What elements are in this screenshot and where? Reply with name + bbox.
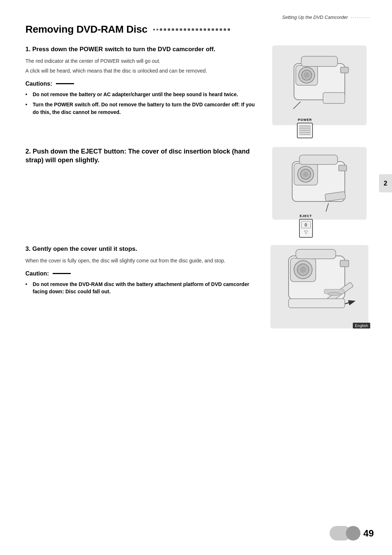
power-button-ridges [299, 125, 311, 135]
power-label: POWER [298, 118, 312, 122]
camcorder-svg-3 [270, 245, 368, 328]
step-1-image: POWER [269, 45, 370, 138]
svg-point-27 [327, 293, 340, 295]
svg-rect-15 [299, 155, 338, 164]
caution-list-3: Do not remove the DVD-RAM disc with the … [25, 281, 261, 295]
eject-down-arrow: ▽ [304, 229, 308, 235]
page-number-overlap [346, 526, 360, 540]
step-2-image: EJECT 0 ▽ [269, 147, 370, 238]
step-3-heading: 3. Gently open the cover until it stops. [25, 245, 261, 253]
eject-label: EJECT [299, 214, 312, 218]
step-3-content: 3. Gently open the cover until it stops.… [25, 245, 261, 328]
page-header: Setting Up the DVD Camcorder ·········· [25, 15, 370, 20]
caution-block-3: Caution: Do not remove the DVD-RAM disc … [25, 270, 261, 295]
step-2-heading: 2. Push down the EJECT button: The cover… [25, 147, 261, 165]
cautions-line [56, 83, 74, 84]
page-number-container: 49 [330, 526, 374, 540]
caution-item-2: Turn the POWER switch off. Do not remove… [25, 101, 261, 116]
cautions-block: Cautions: Do not remove the battery or A… [25, 81, 261, 116]
svg-rect-29 [289, 299, 345, 308]
english-badge: English [353, 323, 370, 328]
step-1-section: 1. Press down the POWER switch to turn t… [25, 45, 370, 138]
svg-rect-14 [339, 165, 347, 171]
svg-rect-7 [323, 93, 345, 103]
step-3-para-1: When the cover is fully open, the disc w… [25, 257, 261, 265]
header-decoration: ·········· [351, 15, 370, 20]
eject-button-box: 0 ▽ [299, 219, 313, 238]
section-tab: 2 [379, 174, 392, 192]
step-1-para-2: A click will be heard, which means that … [25, 67, 261, 75]
title-decoration [153, 28, 230, 31]
svg-point-4 [304, 72, 310, 78]
svg-point-13 [303, 172, 308, 177]
eject-0-symbol: 0 [301, 221, 311, 228]
step-2-content: 2. Push down the EJECT button: The cover… [25, 147, 261, 238]
page-number: 49 [363, 528, 374, 539]
svg-point-22 [300, 266, 306, 273]
step-1-content: 1. Press down the POWER switch to turn t… [25, 45, 261, 138]
svg-line-17 [326, 203, 328, 212]
eject-button-illustration: EJECT 0 ▽ [299, 214, 313, 238]
step-3-section: 3. Gently open the cover until it stops.… [25, 245, 370, 328]
cautions-list: Do not remove the battery or AC adapter/… [25, 91, 261, 116]
page-title: Removing DVD-RAM Disc [25, 24, 370, 35]
page-title-text: Removing DVD-RAM Disc [25, 24, 147, 35]
step-2-section: 2. Push down the EJECT button: The cover… [25, 147, 370, 238]
header-title: Setting Up the DVD Camcorder [282, 15, 348, 20]
svg-rect-5 [340, 67, 348, 73]
camcorder-svg-2 [272, 147, 367, 220]
svg-rect-23 [340, 260, 349, 267]
camcorder-image-1 [272, 45, 367, 125]
power-button-box [297, 123, 313, 138]
step-1-heading: 1. Press down the POWER switch to turn t… [25, 45, 261, 54]
caution-item-3-1: Do not remove the DVD-RAM disc with the … [25, 281, 261, 295]
svg-rect-24 [296, 249, 336, 259]
caution-item-1: Do not remove the battery or AC adapter/… [25, 91, 261, 98]
power-button-illustration: POWER [297, 118, 313, 138]
page-container: Setting Up the DVD Camcorder ·········· … [0, 0, 392, 555]
camcorder-image-2 [272, 147, 367, 220]
step-1-para-1: The red indicator at the center of POWER… [25, 57, 261, 65]
step-3-image: English [269, 245, 370, 328]
camcorder-image-3 [270, 245, 368, 328]
svg-line-8 [293, 102, 301, 109]
cautions-title: Cautions: [25, 81, 261, 87]
caution-line-3 [53, 273, 71, 274]
svg-rect-6 [301, 56, 338, 66]
camcorder-svg-1 [272, 45, 367, 125]
caution-title-3: Caution: [25, 270, 261, 277]
